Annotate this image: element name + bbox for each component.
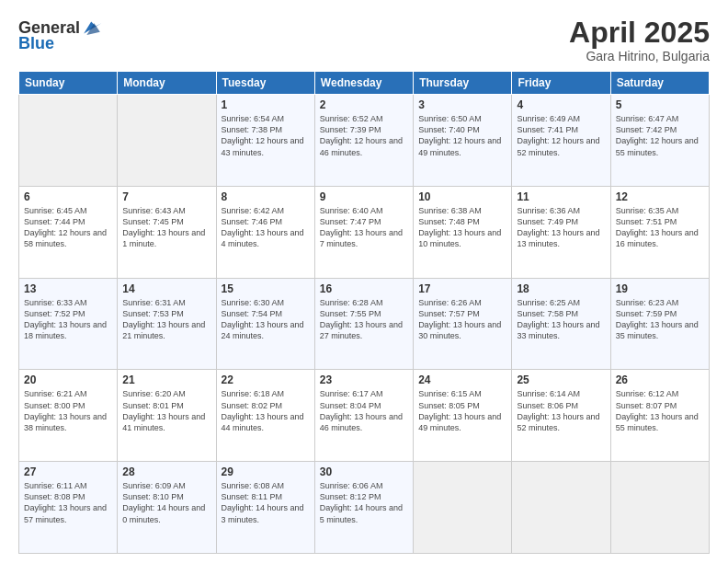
day-number: 24 xyxy=(418,373,506,386)
day-info: Sunrise: 6:26 AM Sunset: 7:57 PM Dayligh… xyxy=(418,297,506,342)
day-cell: 1Sunrise: 6:54 AM Sunset: 7:38 PM Daylig… xyxy=(216,95,314,187)
week-row-1: 6Sunrise: 6:45 AM Sunset: 7:44 PM Daylig… xyxy=(19,186,710,278)
day-info: Sunrise: 6:21 AM Sunset: 8:00 PM Dayligh… xyxy=(24,388,112,433)
day-number: 20 xyxy=(24,373,112,386)
day-number: 5 xyxy=(616,98,704,111)
day-cell: 12Sunrise: 6:35 AM Sunset: 7:51 PM Dayli… xyxy=(610,186,709,278)
day-info: Sunrise: 6:42 AM Sunset: 7:46 PM Dayligh… xyxy=(222,205,310,250)
day-cell: 29Sunrise: 6:08 AM Sunset: 8:11 PM Dayli… xyxy=(216,462,314,554)
day-info: Sunrise: 6:18 AM Sunset: 8:02 PM Dayligh… xyxy=(222,388,310,433)
day-cell: 14Sunrise: 6:31 AM Sunset: 7:53 PM Dayli… xyxy=(118,278,216,370)
col-sunday: Sunday xyxy=(19,72,118,95)
month-title: April 2025 xyxy=(569,17,710,49)
week-row-4: 27Sunrise: 6:11 AM Sunset: 8:08 PM Dayli… xyxy=(19,462,710,554)
day-cell: 10Sunrise: 6:38 AM Sunset: 7:48 PM Dayli… xyxy=(414,186,512,278)
header: General Blue April 2025 Gara Hitrino, Bu… xyxy=(18,17,710,63)
day-cell xyxy=(19,95,118,187)
day-cell: 7Sunrise: 6:43 AM Sunset: 7:45 PM Daylig… xyxy=(118,186,216,278)
day-number: 25 xyxy=(517,373,605,386)
day-number: 18 xyxy=(517,282,605,295)
col-wednesday: Wednesday xyxy=(314,72,413,95)
day-cell: 9Sunrise: 6:40 AM Sunset: 7:47 PM Daylig… xyxy=(314,186,413,278)
day-info: Sunrise: 6:09 AM Sunset: 8:10 PM Dayligh… xyxy=(122,480,210,525)
logo: General Blue xyxy=(18,17,103,52)
day-info: Sunrise: 6:12 AM Sunset: 8:07 PM Dayligh… xyxy=(616,388,704,433)
day-cell: 21Sunrise: 6:20 AM Sunset: 8:01 PM Dayli… xyxy=(118,370,216,462)
day-cell: 24Sunrise: 6:15 AM Sunset: 8:05 PM Dayli… xyxy=(414,370,512,462)
day-number: 8 xyxy=(222,190,310,203)
day-cell xyxy=(118,95,216,187)
day-cell: 6Sunrise: 6:45 AM Sunset: 7:44 PM Daylig… xyxy=(19,186,118,278)
day-cell: 25Sunrise: 6:14 AM Sunset: 8:06 PM Dayli… xyxy=(512,370,610,462)
day-cell: 30Sunrise: 6:06 AM Sunset: 8:12 PM Dayli… xyxy=(314,462,413,554)
day-number: 12 xyxy=(616,190,704,203)
day-cell: 17Sunrise: 6:26 AM Sunset: 7:57 PM Dayli… xyxy=(414,278,512,370)
day-cell: 22Sunrise: 6:18 AM Sunset: 8:02 PM Dayli… xyxy=(216,370,314,462)
day-number: 29 xyxy=(222,465,310,478)
day-number: 1 xyxy=(222,98,310,111)
day-cell: 11Sunrise: 6:36 AM Sunset: 7:49 PM Dayli… xyxy=(512,186,610,278)
day-cell: 15Sunrise: 6:30 AM Sunset: 7:54 PM Dayli… xyxy=(216,278,314,370)
day-info: Sunrise: 6:11 AM Sunset: 8:08 PM Dayligh… xyxy=(24,480,112,525)
day-number: 26 xyxy=(616,373,704,386)
day-info: Sunrise: 6:23 AM Sunset: 7:59 PM Dayligh… xyxy=(616,297,704,342)
day-number: 21 xyxy=(122,373,210,386)
day-info: Sunrise: 6:47 AM Sunset: 7:42 PM Dayligh… xyxy=(616,113,704,158)
day-info: Sunrise: 6:43 AM Sunset: 7:45 PM Dayligh… xyxy=(122,205,210,250)
day-number: 3 xyxy=(418,98,506,111)
day-number: 27 xyxy=(24,465,112,478)
page: General Blue April 2025 Gara Hitrino, Bu… xyxy=(0,0,728,563)
day-cell: 16Sunrise: 6:28 AM Sunset: 7:55 PM Dayli… xyxy=(314,278,413,370)
day-info: Sunrise: 6:36 AM Sunset: 7:49 PM Dayligh… xyxy=(517,205,605,250)
day-number: 30 xyxy=(320,465,408,478)
day-info: Sunrise: 6:40 AM Sunset: 7:47 PM Dayligh… xyxy=(320,205,408,250)
day-info: Sunrise: 6:14 AM Sunset: 8:06 PM Dayligh… xyxy=(517,388,605,433)
day-cell: 19Sunrise: 6:23 AM Sunset: 7:59 PM Dayli… xyxy=(610,278,709,370)
day-cell: 27Sunrise: 6:11 AM Sunset: 8:08 PM Dayli… xyxy=(19,462,118,554)
day-cell: 4Sunrise: 6:49 AM Sunset: 7:41 PM Daylig… xyxy=(512,95,610,187)
day-info: Sunrise: 6:33 AM Sunset: 7:52 PM Dayligh… xyxy=(24,297,112,342)
day-number: 16 xyxy=(320,282,408,295)
day-info: Sunrise: 6:30 AM Sunset: 7:54 PM Dayligh… xyxy=(222,297,310,342)
day-cell: 28Sunrise: 6:09 AM Sunset: 8:10 PM Dayli… xyxy=(118,462,216,554)
day-cell: 20Sunrise: 6:21 AM Sunset: 8:00 PM Dayli… xyxy=(19,370,118,462)
day-cell: 8Sunrise: 6:42 AM Sunset: 7:46 PM Daylig… xyxy=(216,186,314,278)
day-number: 10 xyxy=(418,190,506,203)
day-info: Sunrise: 6:45 AM Sunset: 7:44 PM Dayligh… xyxy=(24,205,112,250)
day-number: 11 xyxy=(517,190,605,203)
week-row-3: 20Sunrise: 6:21 AM Sunset: 8:00 PM Dayli… xyxy=(19,370,710,462)
day-info: Sunrise: 6:54 AM Sunset: 7:38 PM Dayligh… xyxy=(222,113,310,158)
day-info: Sunrise: 6:50 AM Sunset: 7:40 PM Dayligh… xyxy=(418,113,506,158)
col-friday: Friday xyxy=(512,72,610,95)
day-number: 9 xyxy=(320,190,408,203)
day-info: Sunrise: 6:08 AM Sunset: 8:11 PM Dayligh… xyxy=(222,480,310,525)
day-number: 2 xyxy=(320,98,408,111)
day-info: Sunrise: 6:52 AM Sunset: 7:39 PM Dayligh… xyxy=(320,113,408,158)
day-cell: 2Sunrise: 6:52 AM Sunset: 7:39 PM Daylig… xyxy=(314,95,413,187)
day-cell: 13Sunrise: 6:33 AM Sunset: 7:52 PM Dayli… xyxy=(19,278,118,370)
day-number: 28 xyxy=(122,465,210,478)
title-block: April 2025 Gara Hitrino, Bulgaria xyxy=(569,17,710,63)
day-number: 15 xyxy=(222,282,310,295)
day-info: Sunrise: 6:38 AM Sunset: 7:48 PM Dayligh… xyxy=(418,205,506,250)
week-row-0: 1Sunrise: 6:54 AM Sunset: 7:38 PM Daylig… xyxy=(19,95,710,187)
day-cell xyxy=(512,462,610,554)
day-number: 7 xyxy=(122,190,210,203)
header-row: Sunday Monday Tuesday Wednesday Thursday… xyxy=(19,72,710,95)
week-row-2: 13Sunrise: 6:33 AM Sunset: 7:52 PM Dayli… xyxy=(19,278,710,370)
calendar-table: Sunday Monday Tuesday Wednesday Thursday… xyxy=(18,71,710,554)
day-number: 13 xyxy=(24,282,112,295)
day-cell xyxy=(414,462,512,554)
day-number: 6 xyxy=(24,190,112,203)
day-number: 4 xyxy=(517,98,605,111)
day-cell: 3Sunrise: 6:50 AM Sunset: 7:40 PM Daylig… xyxy=(414,95,512,187)
col-monday: Monday xyxy=(118,72,216,95)
day-info: Sunrise: 6:35 AM Sunset: 7:51 PM Dayligh… xyxy=(616,205,704,250)
day-cell xyxy=(610,462,709,554)
day-info: Sunrise: 6:17 AM Sunset: 8:04 PM Dayligh… xyxy=(320,388,408,433)
col-saturday: Saturday xyxy=(610,72,709,95)
day-cell: 18Sunrise: 6:25 AM Sunset: 7:58 PM Dayli… xyxy=(512,278,610,370)
day-info: Sunrise: 6:49 AM Sunset: 7:41 PM Dayligh… xyxy=(517,113,605,158)
day-cell: 26Sunrise: 6:12 AM Sunset: 8:07 PM Dayli… xyxy=(610,370,709,462)
day-number: 19 xyxy=(616,282,704,295)
